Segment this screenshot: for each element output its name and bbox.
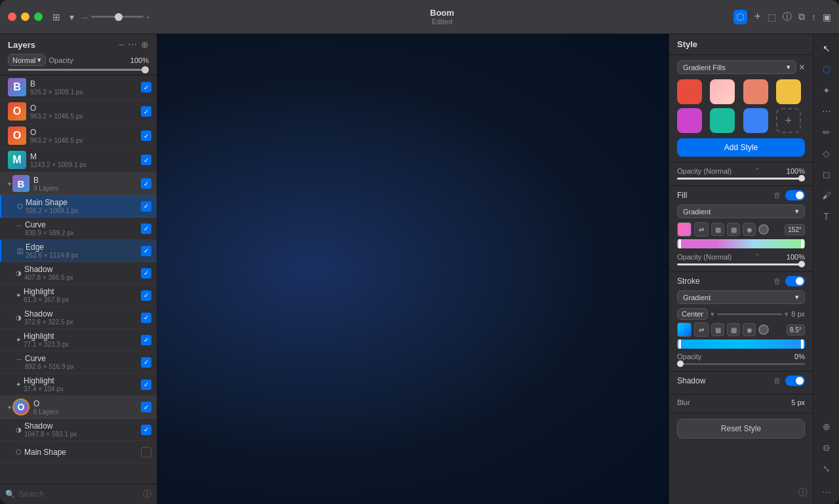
list-item[interactable]: ▾ B B 9 Layers [0,172,157,195]
stroke-swap-button[interactable]: ⇄ [694,322,709,337]
color-swatch-pink[interactable] [710,79,735,104]
zoom-out-icon[interactable]: ⊖ [817,438,836,457]
gradient-option-2[interactable]: ▩ [727,223,740,236]
list-item[interactable]: O O 963.2 × 1046.5 px [0,124,157,148]
layer-visibility-check[interactable] [141,425,151,435]
list-item[interactable]: ⌒ Curve 892.6 × 516.9 px [0,351,157,374]
more-icon[interactable]: … [817,480,836,499]
layers-minus-icon[interactable]: − [119,39,124,50]
style-brush-icon[interactable]: ⬡ [817,60,836,79]
grid-icon[interactable]: ⋯ [817,102,836,121]
info-circle-icon[interactable]: ⓘ [143,488,151,500]
layer-visibility-check[interactable] [141,379,151,390]
list-item[interactable]: ✦ Highlight 37.4 × 104 px [0,374,157,396]
close-button[interactable] [8,12,16,21]
gradient-fills-dropdown[interactable]: Gradient Fills ▾ [677,60,796,74]
stroke-option-1[interactable]: ▦ [711,323,724,336]
move-icon[interactable]: ⤡ [817,459,836,478]
list-item[interactable]: ◑ Shadow 407.8 × 366.5 px [0,262,157,284]
stroke-handle-left[interactable] [678,339,681,349]
zoom-slider[interactable] [91,16,144,18]
add-style-button[interactable]: Add Style [677,138,805,157]
search-input[interactable] [19,490,139,499]
gradient-bar[interactable] [677,239,805,248]
shadow-delete-icon[interactable]: 🗑 [773,376,781,385]
gradient-option-1[interactable]: ▦ [711,223,724,236]
list-item[interactable]: ✦ Highlight 77.1 × 323.3 px [0,329,157,351]
expand-icon[interactable]: ▾ [68,10,76,24]
opacity-mini-slider[interactable] [677,178,805,180]
list-item[interactable]: ✦ Highlight 61.3 × 367.8 px [0,284,157,307]
color-swatch-red[interactable] [677,79,702,104]
layers-settings-icon[interactable]: ⋯ [128,39,137,50]
expand-arrow-icon[interactable]: ▾ [8,180,11,187]
layer-visibility-check[interactable] [141,246,151,256]
stroke-handle-right[interactable] [801,339,804,349]
opacity-slider[interactable] [8,69,149,71]
list-item[interactable]: B B 926.2 × 1009.1 px [0,75,157,100]
list-item[interactable]: ⬡ Main Shape 926.2 × 1009.1 px [0,195,157,218]
pen-icon[interactable]: ✏ [817,123,836,142]
type-tool-icon[interactable]: T [817,207,836,225]
layer-visibility-check[interactable] [141,82,151,92]
fill-opacity-stepper[interactable]: ⌃ [754,252,760,261]
list-item[interactable]: ◑ Shadow 372.6 × 322.5 px [0,307,157,329]
add-icon[interactable]: + [754,10,761,24]
gradient-angle-value[interactable]: 152° [785,224,805,235]
zoom-in-icon[interactable]: ⊕ [817,417,836,436]
stroke-option-3[interactable]: ◉ [743,323,756,336]
list-item[interactable]: ▾ O O 6 Layers [0,396,157,419]
layers-icon[interactable]: ⬡ [733,10,747,24]
shadow-toggle[interactable] [785,376,805,386]
layer-visibility-check[interactable] [141,106,151,117]
list-item[interactable]: ◑ Shadow 1047.8 × 593.1 px [0,419,157,441]
layer-visibility-check-unchecked[interactable] [141,447,151,457]
paint-icon[interactable]: 🖌 [817,186,836,204]
list-item[interactable]: ⌒ Curve 830.9 × 589.2 px [0,218,157,240]
color-swatch-teal[interactable] [710,108,735,133]
list-item[interactable]: M M 1243.2 × 1009.1 px [0,148,157,172]
blend-mode-select[interactable]: Normal ▾ [8,54,46,66]
opacity-stepper-icon[interactable]: ⌃ [754,166,760,175]
stroke-option-2[interactable]: ▩ [727,323,740,336]
stroke-gradient-bar[interactable] [677,339,805,349]
eraser-icon[interactable]: ◻ [817,165,836,184]
gradient-fills-close-icon[interactable]: × [799,62,805,73]
fill-delete-icon[interactable]: 🗑 [773,191,781,200]
fill-opacity-slider[interactable] [677,263,805,265]
gradient-color-stop-start[interactable] [677,222,692,237]
gradient-handle-left[interactable] [678,239,681,248]
stroke-align-dropdown[interactable]: Center [677,308,708,320]
color-swatch-blue[interactable] [743,108,768,133]
layer-visibility-check[interactable] [141,155,151,165]
stroke-delete-icon[interactable]: 🗑 [773,277,781,286]
expand-arrow-icon[interactable]: ▾ [8,404,11,411]
stroke-toggle[interactable] [785,276,805,286]
canvas-area[interactable] [157,34,669,504]
export-icon[interactable]: ⬚ [768,12,776,22]
gradient-swap-button[interactable]: ⇄ [694,222,709,237]
fill-toggle[interactable] [785,190,805,201]
star-icon[interactable]: ✦ [817,81,836,100]
stroke-opacity-slider[interactable] [677,363,805,365]
layers-add-icon[interactable]: ⊕ [141,39,149,50]
cursor-tool-icon[interactable]: ↖ [817,39,836,58]
share-icon[interactable]: ↑ [811,12,816,22]
layer-visibility-check[interactable] [141,402,151,412]
gradient-handle-right[interactable] [801,239,804,248]
list-item[interactable]: ⬡ Main Shape [0,441,157,463]
minimize-button[interactable] [21,12,29,21]
layer-visibility-check[interactable] [141,357,151,368]
layer-visibility-check[interactable] [141,178,151,189]
vector-icon[interactable]: ◇ [817,144,836,163]
sidebar-toggle-icon[interactable]: ⊞ [50,10,62,24]
list-item[interactable]: ◫ Edge 262.6 × 1114.8 px [0,240,157,262]
color-swatch-salmon[interactable] [743,79,768,104]
fullscreen-button[interactable] [34,12,43,21]
layer-visibility-check[interactable] [141,313,151,323]
layer-visibility-check[interactable] [141,201,151,212]
layer-visibility-check[interactable] [141,223,151,234]
reset-style-button[interactable]: Reset Style [677,419,805,438]
stroke-color-stop[interactable] [677,322,692,337]
add-swatch-button[interactable]: + [776,108,801,133]
